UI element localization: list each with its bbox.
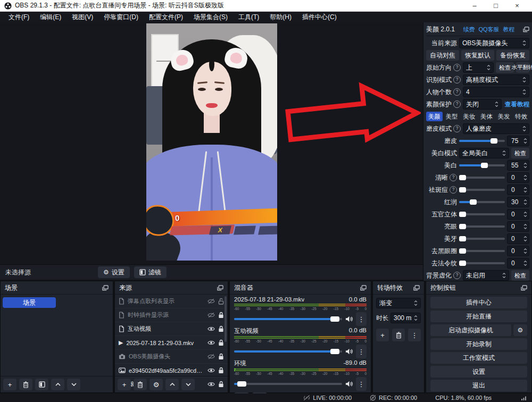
speaker-icon[interactable] (345, 348, 353, 355)
remove-source-button[interactable] (134, 379, 147, 390)
help-icon[interactable]: ? (453, 272, 461, 279)
scene-filters-button[interactable] (35, 379, 48, 390)
source-filters-button[interactable]: 滤镜 (134, 266, 167, 278)
contour-slider[interactable] (459, 213, 505, 215)
volume-slider[interactable] (234, 350, 342, 353)
source-row[interactable]: 互动视频 (115, 322, 228, 336)
volume-slider[interactable] (234, 318, 342, 320)
speaker-icon[interactable] (345, 381, 353, 387)
menu-plugin-center[interactable]: 插件中心(C) (297, 12, 342, 22)
white-check-button[interactable]: 检查 (511, 148, 529, 158)
plugin-center-button[interactable]: 插件中心 (430, 297, 527, 308)
unlock-icon[interactable] (218, 298, 224, 305)
bright-eyes-value[interactable]: 0 (507, 221, 529, 232)
white-mode-select[interactable]: 全局美白 (459, 148, 509, 158)
backup-restore-button[interactable]: 备份恢复 (496, 50, 529, 61)
help-icon[interactable]: ? (450, 174, 457, 181)
person-count-spinner[interactable]: 4 (463, 87, 529, 97)
clarity-slider[interactable] (459, 177, 505, 179)
channel-menu-button[interactable]: ⋮ (356, 312, 367, 326)
orientation-select[interactable]: 上 (463, 62, 494, 73)
help-icon[interactable]: ? (450, 186, 457, 194)
tab-hair[interactable]: 美发 (496, 112, 512, 121)
contour-value[interactable]: 0 (507, 209, 529, 220)
menu-help[interactable]: 帮助(H) (264, 12, 297, 22)
eye-icon[interactable] (207, 340, 215, 346)
lock-icon[interactable] (218, 325, 224, 332)
whiten-value[interactable]: 55 (507, 160, 529, 171)
eye-slash-icon[interactable] (207, 312, 215, 318)
horizontal-flip-button[interactable]: 水平翻转 (516, 62, 529, 73)
rosy-slider[interactable] (459, 201, 505, 203)
move-scene-down-button[interactable] (67, 379, 80, 390)
dark-circles-value[interactable]: 0 (507, 246, 529, 256)
source-row[interactable]: 弹幕点歌列表显示 (115, 295, 228, 308)
menu-edit[interactable]: 编辑(E) (35, 12, 66, 22)
tab-beauty[interactable]: 美颜 (426, 112, 443, 121)
transition-select[interactable]: 渐变 (376, 298, 421, 308)
menu-docks[interactable]: 停靠窗口(D) (98, 12, 144, 22)
menu-profile[interactable]: 配置文件(P) (144, 12, 188, 22)
start-virtual-camera-button[interactable]: 启动虚拟摄像机 (430, 324, 511, 336)
settings-button[interactable]: 设置 (430, 366, 527, 378)
eye-slash-icon[interactable] (207, 298, 215, 304)
move-source-up-button[interactable] (165, 379, 179, 390)
maximize-button[interactable]: □ (485, 0, 506, 12)
eye-slash-icon[interactable] (207, 354, 215, 359)
virtual-camera-settings-button[interactable]: ⚙ (513, 324, 527, 336)
channel-menu-button[interactable]: ⋮ (356, 345, 367, 358)
current-source-select[interactable]: OBS美颜摄像头 (459, 38, 529, 48)
source-row[interactable]: ▶ 2025-07-18 21-29-03.mkv (115, 336, 228, 350)
popout-icon[interactable] (521, 285, 527, 291)
help-icon[interactable]: ? (453, 76, 461, 83)
tab-makeup[interactable]: 美妆 (461, 112, 477, 121)
source-settings-button[interactable]: ⚙ 设置 (98, 266, 130, 278)
rosy-value[interactable]: 30 (507, 197, 529, 207)
detect-mode-select[interactable]: 高精度模式 (463, 74, 529, 85)
add-source-button[interactable]: + (118, 379, 131, 390)
source-properties-button[interactable]: ⚙ (149, 379, 163, 390)
menu-view[interactable]: 视图(V) (66, 12, 98, 22)
makeup-protect-select[interactable]: 关闭 (463, 99, 502, 110)
duration-spinner[interactable]: 300 ms (390, 313, 421, 323)
add-scene-button[interactable]: + (3, 379, 16, 390)
sources-scrollbar[interactable] (225, 296, 227, 342)
menu-file[interactable]: 文件(F) (3, 12, 35, 22)
smooth-slider[interactable] (459, 140, 505, 142)
close-button[interactable]: × (506, 0, 528, 12)
add-transition-button[interactable]: + (376, 329, 389, 341)
popout-icon[interactable] (523, 27, 529, 32)
smile-lines-value[interactable]: 0 (507, 258, 529, 269)
help-icon[interactable]: ? (453, 100, 461, 108)
popout-icon[interactable] (413, 285, 420, 291)
teeth-value[interactable]: 0 (507, 233, 529, 244)
start-streaming-button[interactable]: 开始直播 (430, 311, 527, 322)
teeth-slider[interactable] (459, 238, 505, 240)
studio-mode-button[interactable]: 工作室模式 (430, 352, 527, 364)
move-source-down-button[interactable] (181, 379, 195, 390)
autofocus-button[interactable]: 自动对焦 (426, 50, 459, 61)
restore-defaults-button[interactable]: 恢复默认 (461, 50, 494, 61)
view-tutorial-link[interactable]: 查看教程 (505, 100, 529, 108)
speaker-icon[interactable] (345, 316, 353, 322)
popout-icon[interactable] (217, 285, 223, 291)
dark-circles-slider[interactable] (459, 250, 505, 252)
whiten-slider[interactable] (459, 164, 505, 166)
start-recording-button[interactable]: 开始录制 (430, 338, 527, 350)
help-icon[interactable]: ? (453, 88, 461, 96)
source-row[interactable]: 时钟插件显示源 (115, 308, 228, 322)
clarity-value[interactable]: 0 (507, 172, 529, 183)
lock-icon[interactable] (218, 312, 224, 319)
tab-body[interactable]: 美体 (478, 112, 495, 121)
scene-item-selected[interactable]: 场景 (3, 297, 56, 308)
blemish-slider[interactable] (459, 189, 505, 191)
renew-link[interactable]: 续费 (463, 26, 475, 34)
minimize-button[interactable]: – (464, 0, 485, 12)
tab-reshape[interactable]: 美型 (444, 112, 460, 121)
popout-icon[interactable] (360, 285, 367, 291)
menu-tools[interactable]: 工具(T) (233, 12, 264, 22)
blemish-value[interactable]: 0 (507, 185, 529, 195)
volume-slider[interactable] (234, 383, 342, 385)
eye-icon[interactable] (207, 326, 215, 332)
remove-transition-button[interactable] (392, 329, 405, 341)
